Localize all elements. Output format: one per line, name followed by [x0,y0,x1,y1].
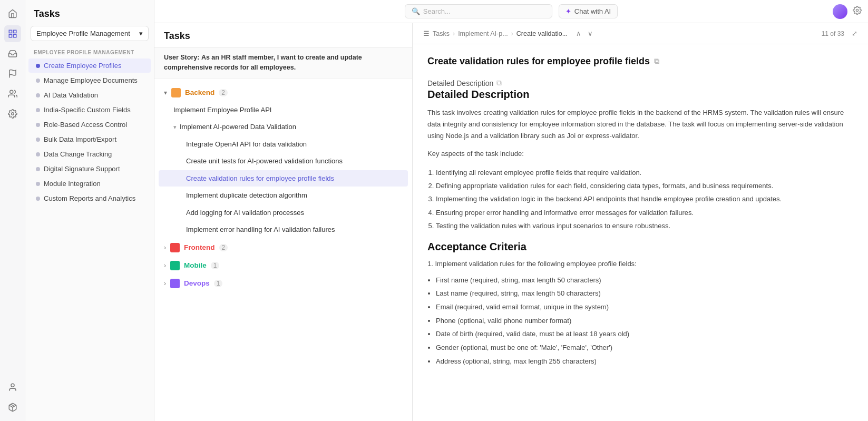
package-nav-icon[interactable] [4,399,21,416]
sidebar-item-ai-data-validation[interactable]: AI Data Validation [28,88,151,102]
subtask-item-t2b[interactable]: Create unit tests for AI-powered validat… [159,153,408,170]
breadcrumb-current: Create validatio... [516,30,568,37]
sidebar-header: Tasks [25,0,154,26]
sidebar-item-label: Manage Employee Documents [44,76,138,84]
acceptance-title: Acceptance Criteria [427,241,853,253]
svg-rect-2 [9,35,12,37]
group-header-frontend[interactable]: ›Frontend2 [154,239,412,257]
sidebar-item-dot [36,64,40,68]
sidebar-section-label: EMPLOYEE PROFILE MANAGEMENT [25,47,154,58]
breadcrumb-parent[interactable]: Implement AI-p... [458,30,508,37]
sidebar-item-label: Data Change Tracking [44,150,112,158]
group-header-mobile[interactable]: ›Mobile1 [154,257,412,275]
sidebar-item-custom-reports-analytics[interactable]: Custom Reports and Analytics [28,191,151,205]
group-name-devops: Devops [184,279,210,287]
sidebar-item-dot [36,152,40,156]
svg-rect-1 [13,30,16,33]
svg-point-10 [856,9,858,11]
breadcrumb-root[interactable]: Tasks [433,30,450,37]
group-name-frontend: Frontend [184,243,215,251]
subtask-item-t2d[interactable]: Implement duplicate detection algorithm [159,187,408,204]
detail-content: Create validation rules for employee pro… [413,44,868,421]
description-title: Detailed Description [427,89,853,101]
subtask-item-t2a[interactable]: Integrate OpenAI API for data validation [159,136,408,153]
sidebar-item-module-integration[interactable]: Module Integration [28,177,151,191]
acceptance-item: Last name (required, string, max length … [436,287,853,300]
sidebar-item-dot [36,182,40,186]
sidebar-item-label: Digital Signature Support [44,165,120,173]
sidebar-item-dot [36,167,40,171]
nav-next-button[interactable]: ∨ [586,28,595,38]
search-icon: 🔍 [412,7,420,15]
sidebar-item-create-employee-profiles[interactable]: Create Employee Profiles [28,58,151,73]
key-aspect-item: Implementing the validation logic in the… [436,193,853,205]
sidebar-item-dot [36,93,40,97]
group-badge-backend [171,88,181,97]
svg-point-7 [11,384,14,387]
sidebar-item-data-change-tracking[interactable]: Data Change Tracking [28,147,151,161]
settings-nav-icon[interactable] [4,105,21,122]
sidebar: Tasks Employee Profile Management ▾ EMPL… [25,0,154,421]
task-label-t2: Implement AI-powered Data Validation [180,122,296,132]
user-avatar[interactable] [833,4,847,19]
group-count-frontend: 2 [219,244,228,251]
copy-desc-button[interactable]: ⧉ [496,79,502,87]
tasks-panel-header: Tasks [154,23,412,47]
group-toggle-mobile: › [164,262,166,269]
svg-rect-3 [13,35,16,37]
group-badge-mobile [170,261,180,270]
inbox-icon[interactable] [4,45,21,62]
chat-with-ai-button[interactable]: ✦ Chat with AI [559,4,618,18]
home-icon[interactable] [4,5,21,22]
sidebar-dropdown[interactable]: Employee Profile Management ▾ [31,26,149,41]
sidebar-item-label: Custom Reports and Analytics [44,194,135,202]
detail-title-text: Create validation rules for employee pro… [427,55,650,68]
expand-icon[interactable]: ⤢ [852,30,857,37]
sidebar-item-role-based-access-control[interactable]: Role-Based Access Control [28,118,151,132]
key-aspects-list: Identifying all relevant employee profil… [436,167,853,232]
task-expand-icon: ▾ [173,123,177,132]
settings-icon[interactable] [853,6,862,17]
description-body: This task involves creating validation r… [427,107,853,142]
search-placeholder: Search... [423,7,451,15]
flag-icon[interactable] [4,65,21,82]
group-toggle-backend: ▾ [164,89,167,96]
acceptance-item: Phone (optional, valid phone number form… [436,315,853,328]
sidebar-item-label: AI Data Validation [44,91,98,99]
breadcrumb-tasks-icon: ☰ [423,30,430,37]
group-badge-frontend [170,243,180,252]
sidebar-dropdown-label: Employee Profile Management [36,30,130,37]
content-split: Tasks User Story: As an HR staff member,… [154,23,868,421]
task-item-t1[interactable]: Implement Employee Profile API [159,102,408,119]
sparkle-icon: ✦ [565,7,571,15]
acceptance-item: First name (required, string, max length… [436,274,853,287]
subtask-item-t2e[interactable]: Add logging for AI validation processes [159,204,408,221]
sidebar-item-india-specific-custom-fields[interactable]: India-Specific Custom Fields [28,103,151,117]
acceptance-item: Gender (optional, must be one of: 'Male'… [436,341,853,355]
breadcrumb-sep-1: › [453,30,455,37]
search-bar[interactable]: 🔍 Search... [405,4,552,18]
acceptance-intro: 1. Implement validation rules for the fo… [427,258,853,270]
sidebar-item-bulk-data-import-export[interactable]: Bulk Data Import/Export [28,132,151,146]
key-aspects-intro: Key aspects of the task include: [427,148,853,160]
task-item-t2[interactable]: ▾Implement AI-powered Data Validation [159,119,408,135]
copy-title-button[interactable]: ⧉ [654,56,659,67]
description-label: Detailed Description ⧉ [427,79,853,87]
group-name-mobile: Mobile [184,261,207,269]
sidebar-items: Create Employee ProfilesManage Employee … [25,58,154,206]
tasks-nav-icon[interactable] [4,25,21,42]
task-label-t1: Implement Employee Profile API [173,105,271,115]
group-name-backend: Backend [185,89,214,96]
chevron-down-icon: ▾ [139,30,143,37]
sidebar-item-dot [36,197,40,201]
sidebar-item-dot [36,123,40,127]
sidebar-item-digital-signature-support[interactable]: Digital Signature Support [28,162,151,176]
nav-prev-button[interactable]: ∧ [574,28,583,38]
sidebar-item-manage-employee-documents[interactable]: Manage Employee Documents [28,73,151,87]
people-icon[interactable] [4,85,21,102]
profile-nav-icon[interactable] [4,379,21,396]
group-header-backend[interactable]: ▾Backend2 [154,84,412,102]
subtask-item-t2f[interactable]: Implement error handling for AI validati… [159,221,408,238]
group-header-devops[interactable]: ›Devops1 [154,275,412,292]
subtask-item-t2c[interactable]: Create validation rules for employee pro… [159,170,408,187]
